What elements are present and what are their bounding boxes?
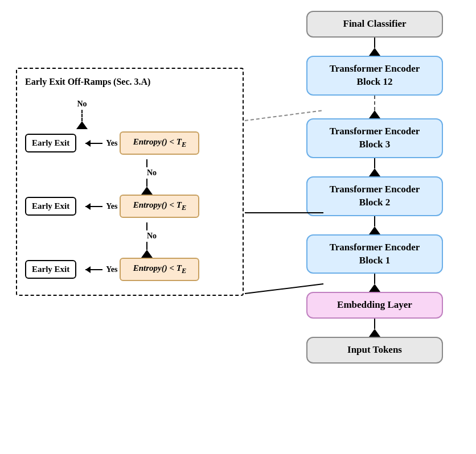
no-label-1: No	[147, 232, 157, 241]
no-label-top: No	[77, 100, 87, 109]
block-enc1: Transformer EncoderBlock 1	[306, 234, 443, 274]
left-box-title: Early Exit Off-Ramps (Sec. 3.A)	[25, 77, 235, 87]
no-label-2: No	[147, 168, 157, 178]
block-input-tokens: Input Tokens	[306, 337, 443, 364]
entropy-box-3: Entropy() < TE	[120, 131, 199, 155]
early-exit-3: Early Exit	[25, 134, 76, 152]
arrow-left-3	[85, 143, 102, 144]
yes-3: Yes	[106, 139, 117, 148]
block-enc3: Transformer EncoderBlock 3	[306, 118, 443, 158]
block-final-classifier: Final Classifier	[306, 11, 443, 38]
block-enc2: Transformer EncoderBlock 2	[306, 176, 443, 216]
entropy-box-2: Entropy() < TE	[120, 195, 199, 218]
early-exit-1: Early Exit	[25, 260, 76, 279]
arrow-left-1	[85, 269, 102, 270]
right-column: Final Classifier Transformer EncoderBloc…	[301, 11, 449, 364]
block-enc12: Transformer EncoderBlock 12	[306, 56, 443, 96]
diagram-container: Final Classifier Transformer EncoderBloc…	[16, 11, 460, 443]
early-exit-2: Early Exit	[25, 197, 76, 216]
arrow-left-2	[85, 206, 102, 207]
yes-2: Yes	[106, 202, 117, 211]
early-exit-box: Early Exit Off-Ramps (Sec. 3.A) No	[16, 68, 244, 296]
yes-1: Yes	[106, 265, 117, 274]
entropy-box-1: Entropy() < TE	[120, 258, 199, 281]
block-embedding: Embedding Layer	[306, 292, 443, 319]
